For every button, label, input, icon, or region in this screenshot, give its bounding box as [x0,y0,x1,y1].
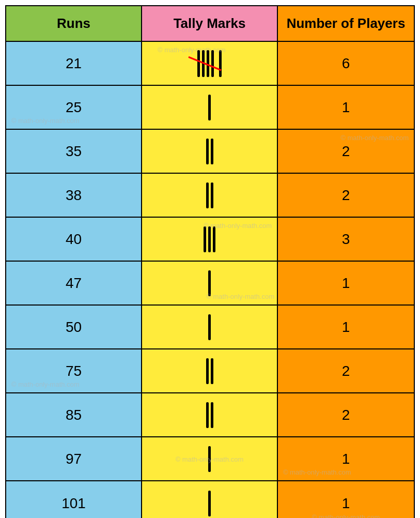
cell-tally: © math-only-math.com [142,218,278,261]
cell-runs: 47 [6,262,142,304]
cell-runs: © math-only-math.com75 [6,349,142,392]
cell-runs: 35 [6,130,142,173]
cell-tally [142,349,278,392]
table-row: 501 [6,306,414,349]
cell-runs: 38 [6,174,142,217]
header-runs: Runs [6,6,142,41]
cell-players: © math-only-math.com2 [278,130,414,173]
cell-tally [142,481,278,518]
cell-tally: © math-only-math.com [142,42,278,85]
table-row: © math-only-math.com752 [6,349,414,393]
cell-players: 1 [278,86,414,129]
table-row: © math-only-math.com251 [6,86,414,130]
cell-runs: 101 [6,481,142,518]
table-row: 97© math-only-math.com© math-only-math.c… [6,437,414,481]
cell-tally: © math-only-math.com [142,262,278,304]
table-header: Runs Tally Marks Number of Players [6,6,414,42]
cell-players: 3 [278,218,414,261]
cell-tally [142,130,278,173]
cell-players: © math-only-math.com1 [278,437,414,480]
table-row: 35© math-only-math.com2 [6,130,414,174]
cell-players: 2 [278,393,414,436]
tally-table: Runs Tally Marks Number of Players 21© m… [5,5,415,518]
table-body: 21© math-only-math.com6© math-only-math.… [6,42,414,518]
table-row: 21© math-only-math.com6 [6,42,414,86]
cell-runs: 40 [6,218,142,261]
cell-tally [142,86,278,129]
cell-tally [142,174,278,217]
table-row: 40© math-only-math.com3 [6,218,414,262]
table-row: 852 [6,393,414,437]
cell-players: © math-only-math.com1 [278,481,414,518]
cell-runs: 50 [6,306,142,348]
cell-players: 2 [278,174,414,217]
header-tally: Tally Marks [142,6,278,41]
table-row: 47© math-only-math.com1 [6,262,414,306]
table-row: 382 [6,174,414,218]
table-row: 101© math-only-math.com1 [6,481,414,518]
cell-tally [142,306,278,348]
cell-runs: 21 [6,42,142,85]
cell-tally [142,393,278,436]
cell-players: 1 [278,306,414,348]
cell-runs: 97 [6,437,142,480]
header-players: Number of Players [278,6,414,41]
cell-runs: 85 [6,393,142,436]
cell-players: 2 [278,349,414,392]
cell-tally: © math-only-math.com [142,437,278,480]
cell-players: 1 [278,262,414,304]
cell-runs: © math-only-math.com25 [6,86,142,129]
cell-players: 6 [278,42,414,85]
